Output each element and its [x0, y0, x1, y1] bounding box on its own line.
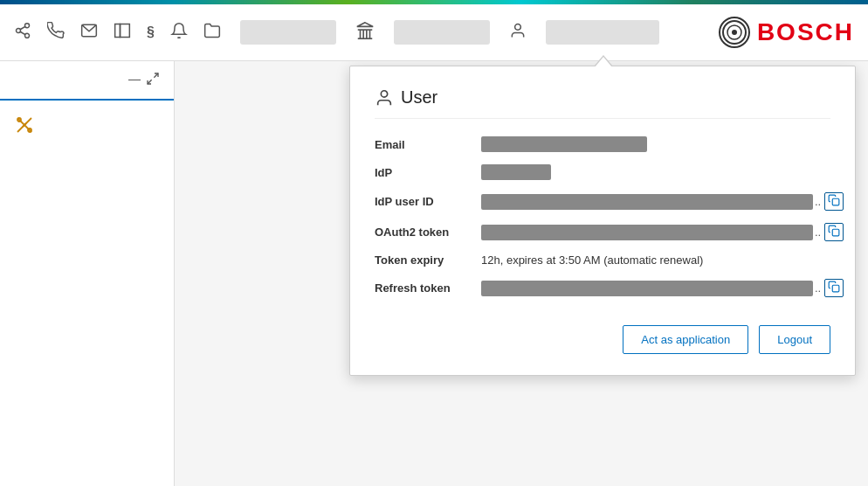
- svg-rect-29: [832, 285, 839, 292]
- idp-user-id-dots: ..: [815, 195, 821, 208]
- bosch-logo: [719, 17, 750, 48]
- topbar-icons: §: [14, 20, 719, 45]
- idp-user-id-value: [481, 194, 813, 210]
- oauth2-token-row: OAuth2 token ..: [375, 223, 830, 241]
- idp-user-id-copy-icon[interactable]: [824, 192, 844, 211]
- oauth2-token-label: OAuth2 token: [375, 226, 471, 239]
- oauth2-copy-icon[interactable]: [824, 223, 844, 241]
- svg-rect-7: [121, 24, 130, 37]
- phone-icon[interactable]: [47, 22, 65, 44]
- refresh-token-value: [481, 281, 813, 296]
- email-row: Email: [375, 136, 830, 152]
- svg-line-3: [20, 31, 25, 34]
- nav-input-1[interactable]: [240, 20, 336, 45]
- topbar: §: [0, 0, 868, 61]
- nav-input-3[interactable]: [546, 20, 659, 45]
- token-expiry-label: Token expiry: [375, 253, 471, 267]
- bosch-brand-text: BOSCH: [757, 18, 854, 46]
- popup-header: User: [375, 87, 830, 119]
- svg-point-1: [17, 28, 21, 32]
- tools-icon[interactable]: [14, 118, 35, 140]
- user-icon: [375, 88, 394, 108]
- token-expiry-row: Token expiry 12h, expires at 3:50 AM (au…: [375, 253, 830, 267]
- bank-icon[interactable]: [355, 21, 375, 45]
- svg-rect-6: [115, 24, 121, 37]
- expand-icon[interactable]: [146, 72, 160, 88]
- mail-icon[interactable]: [80, 22, 98, 44]
- svg-point-18: [732, 30, 737, 35]
- sidebar-minimize-bar: —: [0, 61, 174, 101]
- svg-rect-27: [832, 198, 839, 205]
- paragraph-icon[interactable]: §: [147, 24, 155, 40]
- svg-point-0: [25, 23, 30, 27]
- email-value: [481, 136, 647, 152]
- folder-icon[interactable]: [203, 22, 221, 44]
- act-as-application-button[interactable]: Act as application: [623, 325, 748, 354]
- refresh-dots: ..: [815, 281, 821, 295]
- bell-icon[interactable]: [170, 22, 188, 44]
- refresh-copy-icon[interactable]: [824, 279, 844, 297]
- idp-label: IdP: [375, 166, 471, 179]
- refresh-token-label: Refresh token: [375, 281, 471, 295]
- sidebar-tools: [0, 101, 174, 155]
- popup-arrow: [594, 55, 613, 66]
- minimize-icon[interactable]: —: [128, 72, 141, 88]
- share-icon[interactable]: [14, 22, 31, 44]
- book-icon[interactable]: [114, 22, 131, 44]
- popup-footer: Act as application Logout: [375, 316, 830, 354]
- idp-user-id-label: IdP user ID: [375, 195, 471, 208]
- svg-rect-28: [832, 229, 839, 236]
- idp-user-id-row: IdP user ID ..: [375, 192, 830, 211]
- svg-point-15: [515, 24, 521, 30]
- token-expiry-value: 12h, expires at 3:50 AM (automatic renew…: [481, 253, 703, 267]
- oauth2-token-value: [481, 225, 813, 240]
- svg-line-19: [154, 73, 158, 78]
- user-nav-icon[interactable]: [509, 22, 527, 44]
- oauth2-dots: ..: [815, 226, 821, 239]
- refresh-token-row: Refresh token ..: [375, 279, 830, 297]
- user-popup: User Email IdP IdP user ID .. OAuth2 tok…: [349, 66, 856, 376]
- idp-row: IdP: [375, 164, 830, 180]
- idp-value: [481, 164, 551, 180]
- svg-point-2: [25, 33, 30, 38]
- popup-title: User: [401, 87, 437, 108]
- svg-line-4: [20, 26, 25, 29]
- nav-input-2[interactable]: [394, 20, 490, 45]
- logout-button[interactable]: Logout: [759, 325, 830, 354]
- sidebar: —: [0, 61, 175, 486]
- svg-point-26: [381, 90, 387, 96]
- topbar-brand: BOSCH: [719, 17, 854, 48]
- svg-line-20: [148, 80, 152, 84]
- svg-marker-10: [357, 22, 373, 26]
- email-label: Email: [375, 138, 471, 151]
